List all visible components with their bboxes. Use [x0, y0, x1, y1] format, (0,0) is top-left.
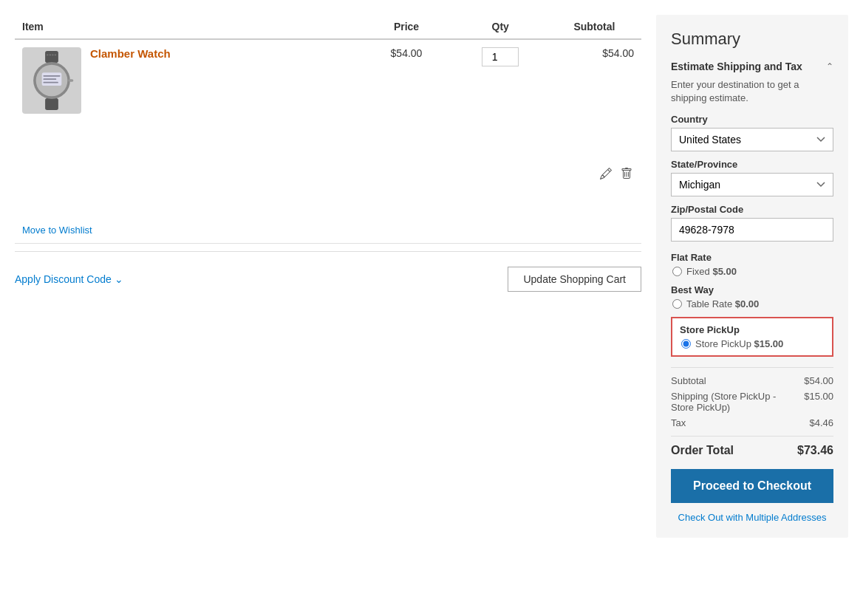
svg-rect-9	[68, 79, 73, 82]
svg-rect-1	[45, 98, 58, 110]
best-way-group: Best Way Table Rate $0.00	[671, 284, 833, 309]
action-icons	[598, 162, 634, 184]
update-cart-button[interactable]: Update Shopping Cart	[508, 267, 641, 292]
col-header-item: Item	[15, 15, 359, 39]
estimate-desc: Enter your destination to get a shipping…	[671, 78, 833, 105]
store-pickup-title: Store PickUp	[680, 324, 825, 335]
cart-actions-row: Apply Discount Code ⌄ Update Shopping Ca…	[15, 267, 641, 292]
col-header-price: Price	[359, 15, 453, 39]
checkout-button[interactable]: Proceed to Checkout	[671, 469, 833, 503]
flat-rate-option: Fixed $5.00	[672, 266, 833, 277]
order-total-line: Order Total $73.46	[671, 444, 833, 457]
state-select[interactable]: Michigan	[671, 173, 833, 196]
col-header-subtotal: Subtotal	[548, 15, 641, 39]
svg-rect-10	[43, 75, 60, 77]
col-header-qty: Qty	[454, 15, 548, 39]
flat-rate-title: Flat Rate	[671, 252, 833, 263]
product-image	[22, 47, 81, 114]
apply-discount-button[interactable]: Apply Discount Code ⌄	[15, 273, 123, 285]
store-pickup-option: Store PickUp $15.00	[681, 338, 825, 349]
move-to-wishlist-link[interactable]: Move to Wishlist	[22, 225, 92, 236]
product-cell: Clamber Watch Move to Wishlist	[15, 39, 359, 244]
store-pickup-radio[interactable]	[681, 339, 691, 349]
best-way-title: Best Way	[671, 284, 833, 295]
best-way-radio[interactable]	[672, 299, 682, 309]
best-way-option: Table Rate $0.00	[672, 298, 833, 309]
product-name-link[interactable]: Clamber Watch	[90, 47, 171, 60]
delete-button[interactable]	[619, 166, 634, 184]
cart-main: Item Price Qty Subtotal	[15, 15, 641, 538]
svg-rect-11	[43, 78, 56, 80]
qty-cell	[454, 39, 548, 244]
zip-label: Zip/Postal Code	[671, 204, 833, 215]
product-price: $54.00	[359, 39, 453, 244]
summary-title: Summary	[671, 30, 833, 49]
country-label: Country	[671, 114, 833, 125]
svg-rect-12	[43, 82, 58, 83]
flat-rate-group: Flat Rate Fixed $5.00	[671, 252, 833, 277]
svg-rect-8	[55, 54, 57, 55]
qty-input[interactable]	[482, 47, 519, 66]
product-subtotal: $54.00	[548, 39, 641, 244]
svg-rect-6	[49, 54, 51, 55]
zip-input[interactable]	[671, 218, 833, 242]
svg-rect-0	[45, 51, 58, 63]
country-select[interactable]: United States	[671, 128, 833, 151]
state-label: State/Province	[671, 159, 833, 170]
edit-button[interactable]	[598, 166, 613, 184]
chevron-down-icon: ⌄	[115, 273, 123, 285]
svg-rect-5	[47, 54, 49, 55]
collapse-icon[interactable]: ⌃	[826, 61, 833, 72]
table-row: Clamber Watch Move to Wishlist $54.00	[15, 39, 641, 244]
cart-table: Item Price Qty Subtotal	[15, 15, 641, 244]
multi-address-link[interactable]: Check Out with Multiple Addresses	[671, 512, 833, 523]
tax-line: Tax $4.46	[671, 417, 833, 428]
svg-rect-7	[52, 54, 54, 55]
summary-sidebar: Summary Estimate Shipping and Tax ⌃ Ente…	[656, 15, 848, 538]
flat-rate-radio[interactable]	[672, 267, 682, 276]
shipping-line: Shipping (Store PickUp - Store PickUp) $…	[671, 391, 833, 413]
subtotal-line: Subtotal $54.00	[671, 375, 833, 386]
estimate-section-title: Estimate Shipping and Tax	[671, 61, 802, 72]
estimate-section-header: Estimate Shipping and Tax ⌃	[671, 61, 833, 72]
store-pickup-box: Store PickUp Store PickUp $15.00	[671, 317, 833, 357]
